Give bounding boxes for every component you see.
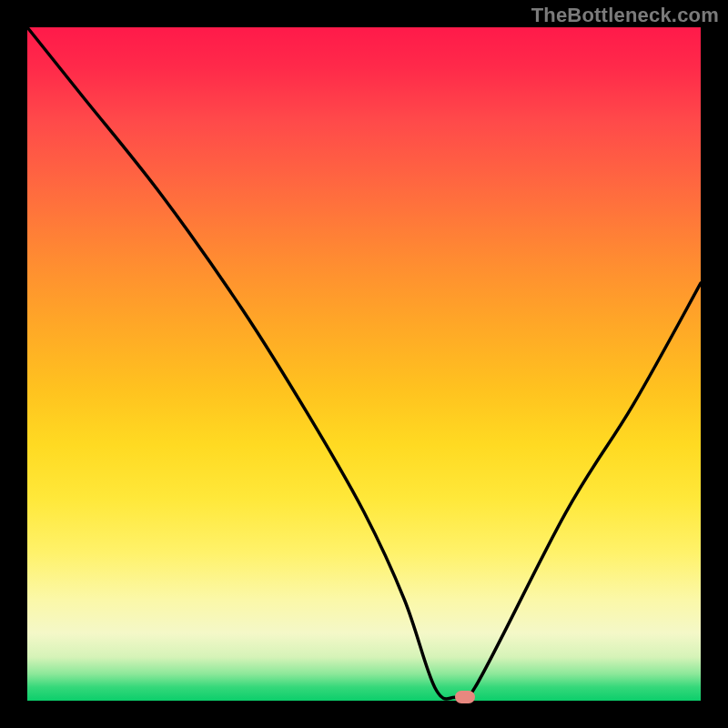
watermark-text: TheBottleneck.com	[531, 4, 719, 27]
minimum-marker	[455, 691, 475, 703]
bottleneck-curve	[27, 27, 701, 705]
plot-area	[27, 27, 701, 701]
chart-frame: TheBottleneck.com	[0, 0, 728, 728]
curve-svg	[27, 27, 701, 701]
